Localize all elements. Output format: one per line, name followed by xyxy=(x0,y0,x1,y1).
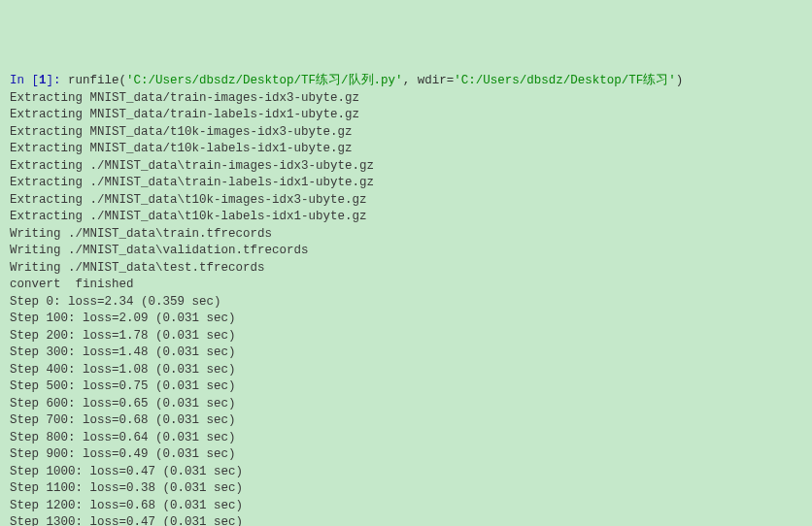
stdout-line: Writing ./MNIST_data\train.tfrecords xyxy=(10,226,802,244)
stdout-line: Extracting MNIST_data/t10k-images-idx3-u… xyxy=(10,124,802,142)
stdout-line: Step 1300: loss=0.47 (0.031 sec) xyxy=(10,514,802,526)
stdout-line: Extracting ./MNIST_data\t10k-images-idx3… xyxy=(10,192,802,210)
stdout-line: Step 300: loss=1.48 (0.031 sec) xyxy=(10,345,802,362)
stdout-block: Extracting MNIST_data/train-images-idx3-… xyxy=(10,90,802,527)
stdout-line: Step 600: loss=0.65 (0.031 sec) xyxy=(10,396,802,413)
stdout-line: Extracting MNIST_data/t10k-labels-idx1-u… xyxy=(10,141,802,158)
script-path-arg: 'C:/Users/dbsdz/Desktop/TF练习/队列.py' xyxy=(126,74,403,87)
prompt-number: 1 xyxy=(39,74,47,87)
stdout-line: Step 100: loss=2.09 (0.031 sec) xyxy=(10,311,802,328)
stdout-line: Extracting ./MNIST_data\t10k-labels-idx1… xyxy=(10,209,802,226)
prompt-close-label: ]: xyxy=(47,74,69,87)
stdout-line: Step 500: loss=0.75 (0.031 sec) xyxy=(10,378,802,396)
stdout-line: Step 200: loss=1.78 (0.031 sec) xyxy=(10,328,802,345)
open-paren: ( xyxy=(119,74,127,87)
stdout-line: Step 0: loss=2.34 (0.359 sec) xyxy=(10,294,802,312)
stdout-line: Step 700: loss=0.68 (0.031 sec) xyxy=(10,412,802,430)
comma-sep: , xyxy=(403,74,418,87)
stdout-line: Step 800: loss=0.64 (0.031 sec) xyxy=(10,430,802,447)
wdir-path-arg: 'C:/Users/dbsdz/Desktop/TF练习' xyxy=(454,74,676,87)
stdout-line: Writing ./MNIST_data\test.tfrecords xyxy=(10,260,802,278)
stdout-line: Extracting MNIST_data/train-labels-idx1-… xyxy=(10,107,802,124)
stdout-line: Extracting ./MNIST_data\train-labels-idx… xyxy=(10,175,802,192)
wdir-kwarg: wdir= xyxy=(418,74,455,87)
stdout-line: Step 1100: loss=0.38 (0.031 sec) xyxy=(10,480,802,498)
stdout-line: Step 1000: loss=0.47 (0.031 sec) xyxy=(10,464,802,481)
stdout-line: convert finished xyxy=(10,277,802,294)
stdout-line: Step 1200: loss=0.68 (0.031 sec) xyxy=(10,498,802,515)
close-paren: ) xyxy=(676,74,684,87)
stdout-line: Step 900: loss=0.49 (0.031 sec) xyxy=(10,446,802,464)
stdout-line: Writing ./MNIST_data\validation.tfrecord… xyxy=(10,243,802,260)
input-prompt-line: In [1]: runfile('C:/Users/dbsdz/Desktop/… xyxy=(10,73,802,90)
stdout-line: Step 400: loss=1.08 (0.031 sec) xyxy=(10,362,802,379)
console-output: In [1]: runfile('C:/Users/dbsdz/Desktop/… xyxy=(10,73,802,526)
runfile-call: runfile xyxy=(68,74,119,87)
stdout-line: Extracting ./MNIST_data\train-images-idx… xyxy=(10,158,802,176)
prompt-in-label: In [ xyxy=(10,74,39,87)
stdout-line: Extracting MNIST_data/train-images-idx3-… xyxy=(10,90,802,108)
